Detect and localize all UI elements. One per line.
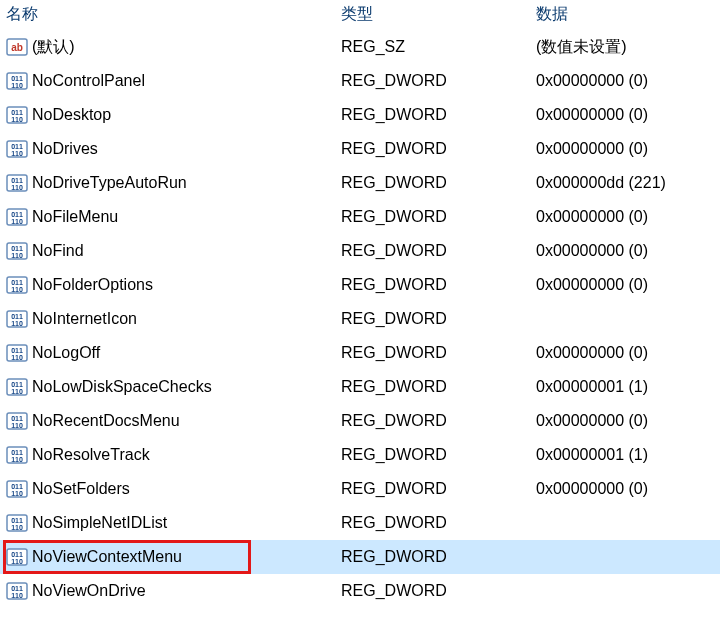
value-type-label: REG_DWORD (341, 140, 447, 157)
reg-dword-icon (6, 444, 28, 466)
cell-type: REG_DWORD (335, 72, 530, 90)
cell-data: 0x00000000 (0) (530, 344, 720, 362)
cell-name: NoViewOnDrive (0, 580, 335, 602)
cell-name: NoResolveTrack (0, 444, 335, 466)
cell-name: NoInternetIcon (0, 308, 335, 330)
cell-data: 0x00000000 (0) (530, 412, 720, 430)
value-data-label: 0x00000000 (0) (536, 140, 648, 157)
table-row[interactable]: NoFolderOptionsREG_DWORD0x00000000 (0) (0, 268, 720, 302)
value-name-label: NoFind (32, 242, 84, 260)
value-name-label: NoDesktop (32, 106, 111, 124)
reg-dword-icon (6, 342, 28, 364)
table-row[interactable]: NoViewContextMenuREG_DWORD (0, 540, 720, 574)
cell-data: 0x000000dd (221) (530, 174, 720, 192)
value-type-label: REG_DWORD (341, 72, 447, 89)
value-type-label: REG_DWORD (341, 480, 447, 497)
cell-type: REG_SZ (335, 38, 530, 56)
cell-name: NoLogOff (0, 342, 335, 364)
reg-dword-icon (6, 138, 28, 160)
value-name-label: NoFolderOptions (32, 276, 153, 294)
column-header-row: 名称 类型 数据 (0, 0, 720, 30)
value-type-label: REG_DWORD (341, 344, 447, 361)
reg-dword-icon (6, 308, 28, 330)
cell-type: REG_DWORD (335, 446, 530, 464)
value-name-label: NoSimpleNetIDList (32, 514, 167, 532)
cell-name: (默认) (0, 36, 335, 58)
cell-name: NoLowDiskSpaceChecks (0, 376, 335, 398)
cell-data: 0x00000000 (0) (530, 242, 720, 260)
cell-type: REG_DWORD (335, 208, 530, 226)
cell-type: REG_DWORD (335, 344, 530, 362)
cell-data: (数值未设置) (530, 37, 720, 58)
cell-type: REG_DWORD (335, 310, 530, 328)
table-row[interactable]: NoRecentDocsMenuREG_DWORD0x00000000 (0) (0, 404, 720, 438)
cell-name: NoRecentDocsMenu (0, 410, 335, 432)
value-type-label: REG_DWORD (341, 208, 447, 225)
reg-dword-icon (6, 410, 28, 432)
reg-dword-icon (6, 546, 28, 568)
value-data-label: 0x00000000 (0) (536, 344, 648, 361)
reg-dword-icon (6, 104, 28, 126)
table-row[interactable]: (默认)REG_SZ(数值未设置) (0, 30, 720, 64)
reg-dword-icon (6, 512, 28, 534)
table-row[interactable]: NoSimpleNetIDListREG_DWORD (0, 506, 720, 540)
column-header-data[interactable]: 数据 (530, 4, 720, 25)
value-type-label: REG_DWORD (341, 378, 447, 395)
table-row[interactable]: NoLowDiskSpaceChecksREG_DWORD0x00000001 … (0, 370, 720, 404)
cell-name: NoControlPanel (0, 70, 335, 92)
cell-data: 0x00000000 (0) (530, 276, 720, 294)
value-name-label: NoFileMenu (32, 208, 118, 226)
cell-data: 0x00000001 (1) (530, 446, 720, 464)
cell-name: NoFolderOptions (0, 274, 335, 296)
cell-data: 0x00000001 (1) (530, 378, 720, 396)
cell-name: NoFind (0, 240, 335, 262)
value-name-label: NoViewOnDrive (32, 582, 146, 600)
value-type-label: REG_DWORD (341, 106, 447, 123)
table-row[interactable]: NoFileMenuREG_DWORD0x00000000 (0) (0, 200, 720, 234)
table-row[interactable]: NoDriveTypeAutoRunREG_DWORD0x000000dd (2… (0, 166, 720, 200)
value-name-label: NoInternetIcon (32, 310, 137, 328)
value-name-label: NoRecentDocsMenu (32, 412, 180, 430)
cell-data: 0x00000000 (0) (530, 140, 720, 158)
cell-name: NoSimpleNetIDList (0, 512, 335, 534)
value-type-label: REG_SZ (341, 38, 405, 55)
reg-dword-icon (6, 478, 28, 500)
value-type-label: REG_DWORD (341, 242, 447, 259)
value-name-label: NoDriveTypeAutoRun (32, 174, 187, 192)
value-data-label: (数值未设置) (536, 38, 627, 55)
value-data-label: 0x00000000 (0) (536, 242, 648, 259)
column-header-name[interactable]: 名称 (0, 4, 335, 25)
value-type-label: REG_DWORD (341, 514, 447, 531)
reg-dword-icon (6, 274, 28, 296)
table-row[interactable]: NoResolveTrackREG_DWORD0x00000001 (1) (0, 438, 720, 472)
reg-dword-icon (6, 240, 28, 262)
reg-string-icon (6, 36, 28, 58)
cell-name: NoDriveTypeAutoRun (0, 172, 335, 194)
value-data-label: 0x00000000 (0) (536, 412, 648, 429)
cell-name: NoFileMenu (0, 206, 335, 228)
column-header-type[interactable]: 类型 (335, 4, 530, 25)
table-row[interactable]: NoViewOnDriveREG_DWORD (0, 574, 720, 608)
value-data-label: 0x00000000 (0) (536, 208, 648, 225)
cell-type: REG_DWORD (335, 378, 530, 396)
value-data-label: 0x00000000 (0) (536, 480, 648, 497)
table-row[interactable]: NoControlPanelREG_DWORD0x00000000 (0) (0, 64, 720, 98)
registry-list-view[interactable]: 名称 类型 数据 (默认)REG_SZ(数值未设置)NoControlPanel… (0, 0, 720, 608)
cell-type: REG_DWORD (335, 514, 530, 532)
table-row[interactable]: NoSetFoldersREG_DWORD0x00000000 (0) (0, 472, 720, 506)
cell-name: NoDrives (0, 138, 335, 160)
reg-dword-icon (6, 376, 28, 398)
cell-type: REG_DWORD (335, 582, 530, 600)
value-name-label: NoDrives (32, 140, 98, 158)
table-row[interactable]: NoDesktopREG_DWORD0x00000000 (0) (0, 98, 720, 132)
value-type-label: REG_DWORD (341, 310, 447, 327)
cell-type: REG_DWORD (335, 548, 530, 566)
value-data-label: 0x00000000 (0) (536, 72, 648, 89)
table-row[interactable]: NoFindREG_DWORD0x00000000 (0) (0, 234, 720, 268)
value-type-label: REG_DWORD (341, 446, 447, 463)
table-row[interactable]: NoDrivesREG_DWORD0x00000000 (0) (0, 132, 720, 166)
table-row[interactable]: NoInternetIconREG_DWORD (0, 302, 720, 336)
table-row[interactable]: NoLogOffREG_DWORD0x00000000 (0) (0, 336, 720, 370)
cell-type: REG_DWORD (335, 106, 530, 124)
value-type-label: REG_DWORD (341, 276, 447, 293)
